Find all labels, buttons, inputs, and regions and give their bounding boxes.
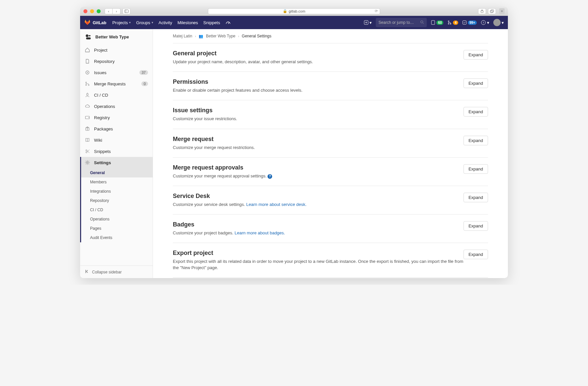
chevron-down-icon: ▾ (152, 21, 153, 24)
sidebar-item-label: Repository (94, 59, 115, 64)
section-description: Customize your project badges. Learn mor… (173, 230, 464, 236)
search-icon (420, 20, 424, 25)
svg-point-20 (86, 82, 87, 83)
sidebar-item-project[interactable]: Project (80, 44, 153, 56)
new-menu-button[interactable]: ▾ (364, 20, 372, 25)
sidebar-item-snippets[interactable]: Snippets (80, 146, 153, 157)
expand-button[interactable]: Expand (464, 221, 488, 231)
section-title: Permissions (173, 78, 464, 85)
nav-activity[interactable]: Activity (159, 20, 172, 25)
svg-line-8 (423, 23, 424, 24)
todos-link[interactable]: 99+ (462, 20, 477, 25)
sidebar-item-badge: 37 (139, 70, 148, 75)
settings-sections: General projectUpdate your project name,… (173, 43, 488, 278)
help-icon[interactable]: ? (268, 174, 272, 179)
sidebar-item-operations[interactable]: Operations (80, 101, 153, 112)
collapse-sidebar-button[interactable]: Collapse sidebar (80, 265, 153, 278)
close-window-button[interactable] (83, 9, 87, 13)
sidebar-item-label: Snippets (94, 149, 111, 154)
sidebar-item-settings[interactable]: Settings (80, 157, 153, 168)
svg-rect-9 (431, 21, 435, 24)
new-tab-button[interactable]: + (499, 8, 505, 14)
sidebar-sub-cicd_s[interactable]: CI / CD (80, 205, 153, 215)
nav-milestones[interactable]: Milestones (177, 20, 198, 25)
home-icon (85, 47, 90, 53)
sidebar-item-label: Merge Requests (94, 81, 125, 86)
chevron-down-icon: ▾ (129, 21, 131, 24)
forward-button[interactable]: › (113, 8, 121, 14)
sidebar-item-wiki[interactable]: Wiki (80, 134, 153, 146)
merge-requests-link[interactable]: 4 (447, 20, 458, 25)
macos-titlebar: ‹ › 🔒 gitlab.com ⟳ + (80, 7, 508, 16)
sidebar-sub-repository_s[interactable]: Repository (80, 196, 153, 205)
svg-text:?: ? (483, 21, 484, 24)
user-menu[interactable]: ▾ (493, 19, 504, 26)
sidebar-sub-audit[interactable]: Audit Events (80, 233, 153, 242)
breadcrumb-project[interactable]: Better Web Type (206, 34, 235, 38)
svg-point-16 (86, 34, 88, 37)
svg-point-12 (450, 24, 451, 24)
expand-button[interactable]: Expand (464, 78, 488, 88)
reload-icon[interactable]: ⟳ (375, 9, 378, 13)
nav-items: Projects▾ Groups▾ Activity Milestones Sn… (112, 20, 231, 25)
scissors-icon (85, 149, 90, 154)
search-input[interactable]: Search or jump to… (376, 18, 427, 27)
section-description: Customize your service desk settings. Le… (173, 202, 464, 208)
expand-button[interactable]: Expand (464, 193, 488, 202)
expand-button[interactable]: Expand (464, 164, 488, 174)
main-content: Matej Latin › 👥 Better Web Type › Genera… (153, 29, 508, 278)
issues-icon (85, 70, 90, 75)
sidebar-item-label: Registry (94, 115, 110, 120)
svg-rect-0 (125, 10, 128, 13)
svg-rect-13 (463, 21, 466, 24)
expand-button[interactable]: Expand (464, 107, 488, 117)
sidebar-sub-pages[interactable]: Pages (80, 224, 153, 233)
svg-point-24 (88, 117, 89, 118)
rocket-icon (85, 92, 90, 98)
disk-icon (85, 115, 90, 120)
sidebar-item-label: Issues (94, 70, 107, 75)
nav-projects[interactable]: Projects▾ (112, 20, 131, 25)
sidebar-sub-members[interactable]: Members (80, 177, 153, 187)
gitlab-brand[interactable]: GitLab (84, 19, 106, 26)
expand-button[interactable]: Expand (464, 136, 488, 145)
package-icon (85, 126, 90, 131)
section-merge-request: Merge requestCustomize your merge reques… (173, 129, 488, 157)
nav-groups[interactable]: Groups▾ (136, 20, 153, 25)
section-description: Update your project name, description, a… (173, 59, 464, 65)
sidebar-sub-integrations[interactable]: Integrations (80, 187, 153, 196)
url-bar[interactable]: 🔒 gitlab.com ⟳ (208, 8, 380, 14)
svg-point-10 (448, 21, 449, 22)
svg-point-19 (87, 72, 88, 73)
share-button[interactable] (478, 8, 486, 14)
nav-snippets[interactable]: Snippets (203, 20, 220, 25)
sidebar-item-repository[interactable]: Repository (80, 56, 153, 67)
issues-link[interactable]: 60 (431, 20, 443, 25)
nav-performance-bar[interactable] (225, 20, 231, 25)
section-mr-approvals: Merge request approvalsCustomize your me… (173, 157, 488, 186)
sidebar-toggle-button[interactable] (122, 8, 130, 14)
zoom-window-button[interactable] (97, 9, 101, 13)
sidebar-sub-operations_s[interactable]: Operations (80, 215, 153, 224)
sidebar-sub-general[interactable]: General (80, 168, 153, 177)
help-menu[interactable]: ? ▾ (481, 20, 489, 25)
expand-button[interactable]: Expand (464, 250, 488, 259)
back-button[interactable]: ‹ (105, 8, 113, 14)
sidebar-item-cicd[interactable]: CI / CD (80, 89, 153, 101)
sidebar-item-issues[interactable]: Issues37 (80, 67, 153, 78)
collapse-icon (85, 269, 89, 275)
svg-line-5 (228, 23, 229, 24)
sidebar-item-registry[interactable]: Registry (80, 112, 153, 123)
section-title: General project (173, 50, 464, 57)
minimize-window-button[interactable] (90, 9, 94, 13)
sidebar-project-header[interactable]: Better Web Type (80, 29, 153, 44)
sidebar-item-mrs[interactable]: Merge Requests0 (80, 78, 153, 89)
learn-more-link[interactable]: Learn more about service desk. (246, 202, 307, 207)
tabs-button[interactable] (488, 8, 496, 14)
gear-icon (85, 160, 90, 165)
breadcrumb-user[interactable]: Matej Latin (173, 34, 192, 38)
expand-button[interactable]: Expand (464, 50, 488, 60)
section-title: Merge request (173, 136, 464, 143)
learn-more-link[interactable]: Learn more about badges. (234, 230, 285, 235)
sidebar-item-packages[interactable]: Packages (80, 123, 153, 134)
